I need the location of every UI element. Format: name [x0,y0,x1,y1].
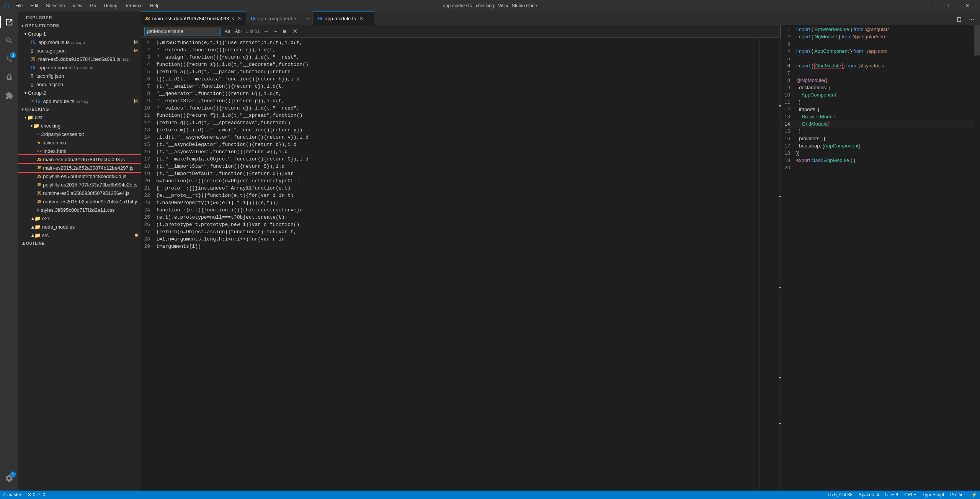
close-button[interactable]: ✕ [959,0,976,11]
code-line-17: 17(t,"__makeTemplateObject",function(){r… [141,155,760,163]
e2e-folder[interactable]: ▶ 📁 e2e [18,214,141,223]
file-runtime-es2015[interactable]: JS runtime-es2015.b2aca5be9e7b8cc1a1b4.j… [18,197,141,206]
close-file-icon[interactable]: ✕ [31,98,34,104]
modified-dot [135,234,138,237]
open-editor-group2-app-module[interactable]: ✕ TS app.module.ts src\app M [18,97,141,105]
status-formatter[interactable]: Prettier [947,492,968,497]
more-actions-button[interactable]: ··· [966,14,977,25]
code-line-12: 12{return g}),i.d(t,"__spreadArrays",fun… [141,119,760,126]
open-editors-section[interactable]: ▾ Open Editors [18,22,141,29]
tab-app-module[interactable]: TS app.module.ts ✕ [313,11,374,25]
code-line-19: 19(t,"__importDefault",function(){return… [141,170,760,177]
code-line-14: 14,i.d(t,"__asyncGenerator",function(){r… [141,134,760,141]
activity-extensions[interactable] [0,87,18,105]
error-count: 0 [33,492,36,497]
menu-debug[interactable]: Debug [101,2,120,9]
favicon-icon: ★ [37,140,41,145]
file-runtime-es5[interactable]: JS runtime-es5.a6586930f507951256e4.js [18,189,141,197]
find-more-button[interactable]: ≡ [280,27,289,36]
code-line-11: 11function(){return f}),i.d(t,"__spread"… [141,112,760,119]
src-folder[interactable]: ▶ 📁 src [18,231,141,239]
file-3rdpartylicenses[interactable]: ≡ 3rdpartylicenses.txt [18,130,141,138]
menu-file[interactable]: File [12,2,26,9]
ts-icon-3: TS [35,99,40,103]
menu-view[interactable]: View [69,2,85,9]
right-code-line-4: 4 import { AppComponent } from './app.co… [781,48,974,56]
scrollbar-thumb[interactable] [974,25,980,56]
maximize-button[interactable]: □ [941,0,959,11]
file-main-es5[interactable]: JS main-es5.ddba91d67841bec6a093.js [18,155,141,164]
activity-debug[interactable] [0,68,18,87]
file-polyfills-es2015[interactable]: JS polyfills-es2015.707fe33a73ba6b994c2b… [18,180,141,189]
status-eol[interactable]: CRLF [901,492,919,497]
tab-app-module-close[interactable]: ✕ [358,15,364,21]
menu-selection[interactable]: Selection [43,2,68,9]
status-errors[interactable]: ✕ 0 ⚠ 0 [24,491,48,499]
status-language[interactable]: TypeScript [920,492,947,497]
checking-section[interactable]: ▾ CHECKING [18,105,141,113]
open-editor-app-module-name: app.module.ts src\app [37,39,134,45]
dist-chevron: ▾ [24,115,26,119]
find-close-button[interactable]: ✕ [292,28,297,35]
file-polyfills-es5[interactable]: JS polyfills-es5.b00ebf2fb448ceddf30d.js [18,172,141,180]
settings-badge: 1 [10,471,16,478]
outline-section[interactable]: ▶ OUTLINE [18,239,141,247]
find-input[interactable] [144,27,221,36]
file-styles-css[interactable]: # styles.3ff695c00d717f2d2a11.css [18,206,141,214]
menu-terminal[interactable]: Terminal [122,2,145,9]
status-position[interactable]: Ln 6, Col 38 [825,492,856,497]
open-editor-app-module[interactable]: TS app.module.ts src\app M [18,38,141,46]
code-line-6: 6l}),i.d(t,"__metadata",function(){retur… [141,75,760,83]
status-branch[interactable]: ⑃ master [0,491,24,499]
match-case-button[interactable]: Aa [223,28,232,35]
file-3rdpartylicenses-label: 3rdpartylicenses.txt [41,131,141,137]
open-editor-tsconfig[interactable]: {} tsconfig.json [18,72,141,80]
split-editor-button[interactable] [954,14,965,25]
right-code-line-10: 10 AppComponent [781,92,974,99]
outline-chevron: ▶ [21,242,25,245]
activity-source-control[interactable]: 3 [0,50,18,68]
txt-icon: ≡ [37,131,39,137]
file-index-html[interactable]: <> index.html [18,147,141,155]
dist-folder[interactable]: ▾ 📁 dist [18,113,141,121]
group1-header[interactable]: ▾ Group 1 [18,29,141,38]
menu-help[interactable]: Help [147,2,163,9]
group2-header[interactable]: ▾ Group 2 [18,88,141,97]
code-line-8: 8"__generator",function(){return u}),i.d… [141,90,760,97]
tab-main-js-close[interactable]: ✕ [236,15,242,21]
status-spaces[interactable]: Spaces: 4 [856,492,882,497]
tab-app-component[interactable]: TS app.component.ts [246,11,301,25]
window-title: app.module.ts - checking - Visual Studio… [443,3,537,8]
status-notification[interactable]: ⚡ [968,492,980,497]
open-editor-main-js[interactable]: JS main-es5.ddba91d67841bec6a093.js dist… [18,55,141,63]
file-styles-css-label: styles.3ff695c00d717f2d2a11.css [41,207,141,213]
editor-right-code[interactable]: 1 import { BrowserModule } from '@angula… [781,25,974,491]
editor-left-code[interactable]: 1},mrSG:function(e,t,i){"use strict";i.r… [141,38,760,491]
encoding-text: UTF-8 [885,492,898,497]
minimize-button[interactable]: ─ [923,0,941,11]
whole-word-button[interactable]: Ab| [234,28,243,35]
file-favicon-label: favicon.ico [42,140,141,146]
find-next-button[interactable]: → [271,27,279,36]
open-editor-angular-json[interactable]: {} angular.json [18,80,141,88]
file-main-es2015[interactable]: JS main-es2015.2a652a30874b12be4297.js [18,164,141,172]
minimap-highlight-2 [779,196,781,197]
activity-settings[interactable]: 1 [0,469,18,488]
tab-more-button[interactable]: ··· [301,11,312,25]
menu-edit[interactable]: Edit [27,2,41,9]
open-editor-tsconfig-name: tsconfig.json [35,73,141,79]
activity-search[interactable] [0,31,18,50]
right-code-line-1: 1 import { BrowserModule } from '@angula… [781,26,974,34]
file-favicon[interactable]: ★ favicon.ico [18,138,141,147]
activity-explorer[interactable] [0,13,18,31]
tab-main-js[interactable]: JS main-es5.ddba91d67841bec6a093.js ✕ [141,11,246,25]
status-encoding[interactable]: UTF-8 [882,492,901,497]
open-editor-package-json[interactable]: {} package.json M [18,46,141,55]
find-prev-button[interactable]: ← [262,27,270,36]
checking-folder[interactable]: ▾ 📁 checking [18,121,141,130]
open-editor-main-js-name: main-es5.ddba91d67841bec6a093.js dist... [37,56,141,62]
menu-go[interactable]: Go [87,2,99,9]
open-editor-app-component[interactable]: TS app.component.ts src\app [18,63,141,72]
editor-toolbar-right: ··· [954,14,980,25]
node-modules-folder[interactable]: ▶ 📁 node_modules [18,223,141,231]
